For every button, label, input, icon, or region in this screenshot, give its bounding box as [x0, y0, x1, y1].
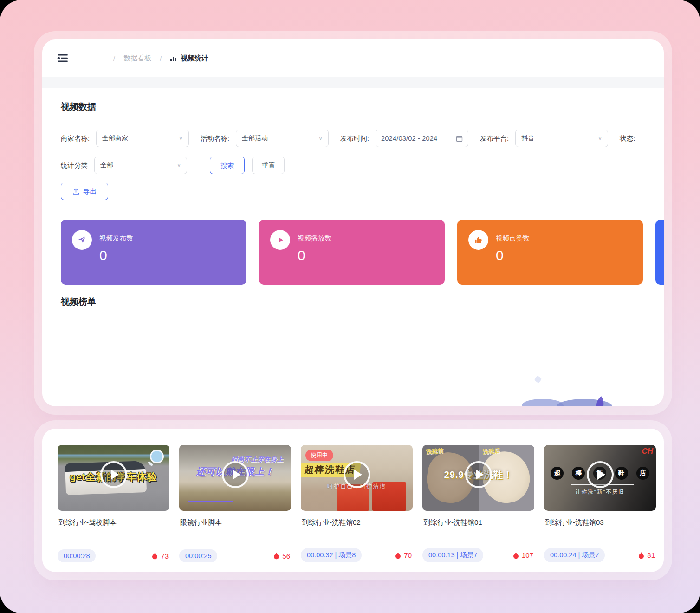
export-row: 导出 — [61, 183, 108, 200]
video-footer: 00:00:32 | 场景8 70 — [301, 548, 413, 563]
platform-select[interactable]: 抖音 ∨ — [515, 130, 608, 147]
filter-status: 状态: — [620, 134, 642, 143]
stat-label: 视频点赞数 — [496, 234, 530, 243]
caption-circle-char: 店 — [636, 467, 649, 480]
filter-category: 统计分类 全部 ∨ — [61, 157, 187, 174]
duration-badge: 00:00:25 — [179, 549, 217, 562]
heat-value: 107 — [522, 551, 533, 559]
section-title-video-data: 视频数据 — [61, 101, 96, 113]
video-data-panel: / 数据看板 / 视频统计 视频数据 — [42, 39, 664, 406]
video-thumbnail[interactable]: CH 超 棒 洗 鞋 店 让你洗"新"不厌旧 — [544, 445, 656, 511]
video-thumbnail[interactable]: 洗鞋前 洗鞋后 29.9专业洗鞋！ — [422, 445, 534, 511]
video-card[interactable]: get全新的学车体验 到综行业-驾校脚本 00:00:28 73 — [58, 445, 169, 563]
video-title: 到综行业-驾校脚本 — [58, 518, 169, 527]
magnifier-icon — [150, 450, 164, 463]
stat-value: 0 — [496, 248, 530, 263]
play-overlay-icon[interactable] — [100, 461, 127, 488]
heat-count: 81 — [638, 551, 655, 559]
merchant-select-value: 全部商家 — [102, 134, 128, 143]
filter-platform: 发布平台: 抖音 ∨ — [480, 130, 608, 147]
video-title: 眼镜行业脚本 — [180, 518, 290, 527]
collapse-menu-icon[interactable] — [57, 53, 69, 63]
chevron-down-icon: ∨ — [598, 136, 602, 141]
video-title: 到综行业-洗鞋馆01 — [423, 518, 533, 527]
stat-value: 0 — [99, 248, 133, 263]
category-select-value: 全部 — [100, 161, 113, 170]
video-card-list: get全新的学车体验 到综行业-驾校脚本 00:00:28 73 — [58, 445, 656, 563]
filter-publish-time: 发布时间: 2024/03/02 - 2024 — [340, 130, 468, 147]
decorative-illustration — [515, 387, 622, 406]
breadcrumb-separator: / — [113, 54, 115, 62]
caption-circle-char: 鞋 — [615, 467, 628, 480]
top-header: / 数据看板 / 视频统计 — [42, 39, 664, 77]
before-label: 洗鞋前 — [426, 447, 444, 456]
video-footer: 00:00:13 | 场景7 107 — [422, 548, 534, 563]
video-card[interactable]: 超棒洗鞋店 呵护自己，呵护清洁 使用中 到综行业-洗鞋馆02 00:00:32 … — [301, 445, 413, 563]
platform-select-value: 抖音 — [521, 134, 534, 143]
duration-badge: 00:00:24 | 场景7 — [544, 548, 605, 562]
chevron-down-icon: ∨ — [177, 163, 181, 168]
duration-badge: 00:00:28 — [58, 549, 96, 562]
play-overlay-icon[interactable] — [465, 461, 492, 488]
duration-badge: 00:00:32 | 场景8 — [301, 548, 362, 562]
stat-value: 0 — [298, 248, 331, 263]
play-overlay-icon[interactable] — [222, 461, 249, 488]
breadcrumb-item-dashboard[interactable]: 数据看板 — [123, 54, 151, 63]
export-button-label: 导出 — [83, 187, 97, 196]
search-button[interactable]: 搜索 — [210, 157, 245, 174]
stat-card-video-plays: 视频播放数 0 — [259, 220, 445, 285]
caption-underline — [188, 501, 233, 502]
activity-select[interactable]: 全部活动 ∨ — [236, 130, 329, 147]
sparkle-decoration — [534, 376, 542, 384]
thumbnail-logo-text: CH — [642, 447, 653, 456]
category-select[interactable]: 全部 ∨ — [94, 157, 187, 174]
merchant-label: 商家名称: — [61, 134, 90, 143]
stat-cards-row: 视频发布数 0 视频播放数 0 — [61, 220, 664, 285]
video-card[interactable]: 时尚不止穿在身上 还可以戴在眼上！ 眼镜行业脚本 00:00:25 56 — [179, 445, 291, 563]
status-label: 状态: — [620, 134, 635, 143]
stat-card-video-likes: 视频点赞数 0 — [457, 220, 643, 285]
heat-count: 70 — [395, 551, 412, 559]
activity-select-value: 全部活动 — [242, 134, 268, 143]
flame-icon — [395, 552, 401, 559]
flame-icon — [513, 552, 519, 559]
send-icon — [72, 230, 92, 250]
calendar-icon — [456, 135, 463, 142]
flame-icon — [273, 552, 279, 560]
heat-count: 56 — [273, 552, 290, 560]
video-card[interactable]: 洗鞋前 洗鞋后 29.9专业洗鞋！ 到综行业-洗鞋馆01 00:00:13 | … — [422, 445, 534, 563]
video-card[interactable]: CH 超 棒 洗 鞋 店 让你洗"新"不厌旧 到综行业-洗鞋馆03 00:00:… — [544, 445, 656, 563]
video-footer: 00:00:24 | 场景7 81 — [544, 548, 656, 563]
page-background: / 数据看板 / 视频统计 视频数据 — [0, 0, 700, 613]
video-thumbnail[interactable]: get全新的学车体验 — [58, 445, 169, 511]
caption-circle-char: 超 — [551, 467, 564, 480]
category-label: 统计分类 — [61, 161, 88, 170]
reset-button[interactable]: 重置 — [252, 157, 285, 174]
stat-label: 视频发布数 — [99, 234, 133, 243]
play-overlay-icon[interactable] — [344, 461, 370, 488]
upload-icon — [72, 188, 79, 195]
caption-circle-char: 棒 — [572, 467, 585, 480]
video-thumbnail[interactable]: 时尚不止穿在身上 还可以戴在眼上！ — [179, 445, 291, 511]
heat-count: 73 — [152, 552, 169, 560]
flame-icon — [152, 552, 158, 560]
filter-row-1: 商家名称: 全部商家 ∨ 活动名称: 全部活动 ∨ 发布时间: 2024/03/… — [61, 130, 653, 147]
chevron-down-icon: ∨ — [318, 136, 323, 141]
play-overlay-icon[interactable] — [587, 461, 614, 488]
header-divider-band — [42, 77, 664, 88]
merchant-select[interactable]: 全部商家 ∨ — [96, 130, 189, 147]
export-button[interactable]: 导出 — [61, 183, 108, 200]
publish-time-label: 发布时间: — [340, 134, 369, 143]
platform-label: 发布平台: — [480, 134, 509, 143]
flame-icon — [638, 552, 644, 559]
breadcrumb-item-video-stats[interactable]: 视频统计 — [170, 54, 208, 63]
heat-count: 107 — [513, 551, 533, 559]
heat-value: 73 — [161, 552, 169, 560]
stat-label: 视频播放数 — [298, 234, 331, 243]
video-thumbnail[interactable]: 超棒洗鞋店 呵护自己，呵护清洁 使用中 — [301, 445, 413, 511]
publish-time-value: 2024/03/02 - 2024 — [381, 135, 437, 142]
publish-time-range-picker[interactable]: 2024/03/02 - 2024 — [376, 130, 468, 147]
video-footer: 00:00:28 73 — [58, 549, 169, 563]
activity-label: 活动名称: — [201, 134, 229, 143]
video-footer: 00:00:25 56 — [179, 549, 291, 563]
